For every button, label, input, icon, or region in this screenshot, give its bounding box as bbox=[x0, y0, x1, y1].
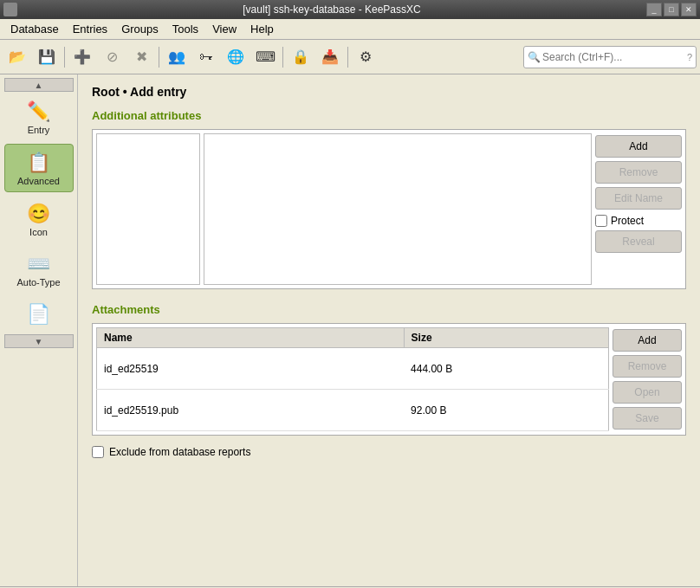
save-button[interactable]: 💾 bbox=[33, 43, 61, 71]
exclude-checkbox[interactable] bbox=[92, 446, 104, 458]
menu-help[interactable]: Help bbox=[243, 21, 281, 37]
close-button[interactable]: ✕ bbox=[681, 3, 697, 16]
icon-icon: 😊 bbox=[27, 203, 50, 225]
menubar: Database Entries Groups Tools View Help bbox=[0, 19, 700, 40]
extra-icon: 📄 bbox=[27, 303, 50, 326]
menu-view[interactable]: View bbox=[205, 21, 243, 37]
search-input[interactable] bbox=[542, 51, 672, 63]
search-box: 🔍 ? bbox=[523, 46, 697, 68]
table-row[interactable]: id_ed25519.pub 92.00 B bbox=[97, 390, 609, 431]
attach-row1-name: id_ed25519 bbox=[97, 348, 405, 390]
attr-remove-button[interactable]: Remove bbox=[595, 161, 682, 184]
protect-label: Protect bbox=[611, 215, 644, 227]
sidebar-item-extra[interactable]: 📄 bbox=[4, 296, 74, 333]
sidebar-item-autotype[interactable]: ⌨️ Auto-Type bbox=[4, 246, 74, 293]
add-entry-button[interactable]: ➕ bbox=[68, 43, 96, 71]
keyboard-button[interactable]: ⌨ bbox=[251, 43, 279, 71]
attach-header-size: Size bbox=[404, 328, 608, 348]
additional-attributes-panel: Add Remove Edit Name Protect Reveal bbox=[92, 129, 686, 289]
sidebar-item-advanced[interactable]: 📋 Advanced bbox=[4, 144, 74, 192]
sidebar-label-icon: Icon bbox=[29, 227, 48, 237]
maximize-button[interactable]: □ bbox=[664, 3, 679, 16]
attachments-title: Attachments bbox=[92, 303, 686, 316]
attachments-table: Name Size id_ed25519 444.00 B id_ed25519… bbox=[96, 327, 609, 431]
search-icon: 🔍 bbox=[528, 51, 541, 63]
key-button[interactable]: 🗝 bbox=[192, 43, 220, 71]
toolbar-separator-3 bbox=[282, 47, 283, 68]
attach-header-name: Name bbox=[97, 328, 405, 348]
entry-icon: ✏️ bbox=[27, 100, 50, 123]
attach-open-button[interactable]: Open bbox=[612, 381, 682, 404]
exclude-row: Exclude from database reports bbox=[92, 446, 686, 458]
window-title: [vault] ssh-key-database - KeePassXC bbox=[17, 3, 646, 16]
attach-row2-size: 92.00 B bbox=[404, 390, 608, 431]
sidebar: ▲ ✏️ Entry 📋 Advanced 😊 Icon ⌨️ Auto-Typ… bbox=[0, 74, 78, 586]
titlebar: [vault] ssh-key-database - KeePassXC _ □… bbox=[0, 0, 700, 19]
app-icon bbox=[3, 3, 17, 16]
toolbar-separator-4 bbox=[347, 47, 348, 68]
sidebar-scroll-up[interactable]: ▲ bbox=[4, 78, 74, 92]
toolbar-separator-1 bbox=[64, 47, 65, 68]
toolbar-separator-2 bbox=[159, 47, 159, 68]
open-button[interactable]: 📂 bbox=[3, 43, 31, 71]
table-row[interactable]: id_ed25519 444.00 B bbox=[97, 348, 609, 390]
main-container: ▲ ✏️ Entry 📋 Advanced 😊 Icon ⌨️ Auto-Typ… bbox=[0, 74, 700, 586]
content-area: Root • Add entry Additional attributes A… bbox=[78, 74, 700, 586]
user-manage-button[interactable]: 👥 bbox=[163, 43, 191, 71]
attr-edit-name-button[interactable]: Edit Name bbox=[595, 187, 682, 210]
sidebar-label-entry: Entry bbox=[28, 125, 50, 135]
sidebar-label-autotype: Auto-Type bbox=[16, 277, 60, 288]
exclude-label: Exclude from database reports bbox=[109, 446, 250, 458]
protect-row: Protect bbox=[595, 215, 682, 227]
attach-row1-size: 444.00 B bbox=[404, 348, 608, 390]
menu-tools[interactable]: Tools bbox=[165, 21, 205, 37]
edit-entry-button[interactable]: ⊘ bbox=[98, 43, 126, 71]
attr-reveal-button[interactable]: Reveal bbox=[595, 230, 682, 253]
sidebar-scroll-down[interactable]: ▼ bbox=[4, 334, 74, 348]
attach-buttons: Add Remove Open Save bbox=[612, 327, 682, 431]
attach-save-button[interactable]: Save bbox=[612, 407, 682, 430]
sidebar-label-advanced: Advanced bbox=[17, 176, 60, 186]
settings-button[interactable]: ⚙ bbox=[352, 43, 379, 71]
toolbar: 📂 💾 ➕ ⊘ ✖ 👥 🗝 🌐 ⌨ 🔒 📥 ⚙ 🔍 ? bbox=[0, 40, 700, 74]
sidebar-item-entry[interactable]: ✏️ Entry bbox=[4, 94, 74, 140]
menu-entries[interactable]: Entries bbox=[66, 21, 114, 37]
attachments-panel: Name Size id_ed25519 444.00 B id_ed25519… bbox=[92, 323, 686, 436]
import-button[interactable]: 📥 bbox=[316, 43, 344, 71]
menu-database[interactable]: Database bbox=[3, 21, 66, 37]
breadcrumb: Root • Add entry bbox=[92, 85, 686, 99]
additional-attributes-title: Additional attributes bbox=[92, 109, 686, 122]
world-button[interactable]: 🌐 bbox=[222, 43, 250, 71]
attr-name-list[interactable] bbox=[96, 133, 200, 285]
attr-buttons: Add Remove Edit Name Protect Reveal bbox=[595, 133, 682, 285]
autotype-icon: ⌨️ bbox=[27, 253, 50, 275]
lock-button[interactable]: 🔒 bbox=[287, 43, 314, 71]
attach-remove-button[interactable]: Remove bbox=[612, 355, 682, 378]
protect-checkbox[interactable] bbox=[595, 215, 607, 227]
attach-row2-name: id_ed25519.pub bbox=[97, 390, 405, 431]
search-help-icon[interactable]: ? bbox=[687, 52, 692, 62]
advanced-icon: 📋 bbox=[27, 152, 50, 174]
attr-value-area[interactable] bbox=[204, 133, 592, 285]
attach-add-button[interactable]: Add bbox=[612, 329, 682, 352]
minimize-button[interactable]: _ bbox=[646, 3, 662, 16]
sidebar-item-icon[interactable]: 😊 Icon bbox=[4, 196, 74, 242]
delete-entry-button[interactable]: ✖ bbox=[127, 43, 155, 71]
menu-groups[interactable]: Groups bbox=[114, 21, 165, 37]
attr-add-button[interactable]: Add bbox=[595, 135, 682, 158]
